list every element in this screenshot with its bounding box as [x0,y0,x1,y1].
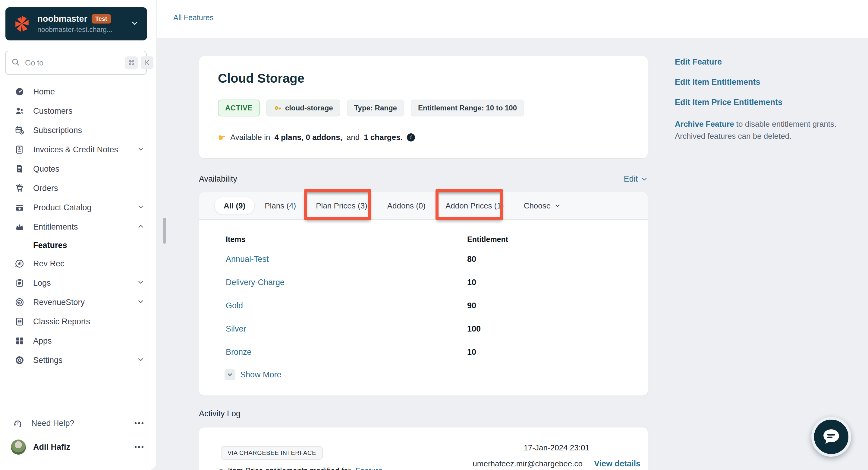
item-link[interactable]: Silver [226,324,467,334]
shortcut-k-key: K [141,56,153,69]
need-help-item[interactable]: ? Need Help? ••• [0,414,157,432]
entitlement-value: 10 [467,348,476,357]
edit-item-price-entitlements-link[interactable]: Edit Item Price Entitlements [675,98,862,107]
crown-icon [14,222,25,232]
shortcut-cmd-key: ⌘ [125,56,138,69]
feature-badges: ACTIVE cloud-storage Type: Range Entitle… [218,99,629,116]
sidebar-item-features[interactable]: Features [0,236,157,254]
tab-choose[interactable]: Choose [514,192,571,219]
catalog-box-icon [14,202,25,213]
avatar [11,440,26,454]
availability-edit-button[interactable]: Edit [624,174,648,184]
table-row: Bronze 10 [226,341,648,364]
global-search[interactable]: ⌘ K [5,51,147,75]
gear-icon [14,355,25,365]
activity-log-header: Activity Log [199,409,648,418]
activity-entry: Item Price entitlements modified for Fea… [219,466,384,470]
activity-meta: 17-Jan-2024 23:01 umerhafeez.mir@chargeb… [472,443,641,469]
sidebar-divider [0,407,157,407]
chevron-down-icon [137,356,145,365]
edit-feature-link[interactable]: Edit Feature [675,57,862,67]
sidebar-nav: Home Customers Subscriptions Invoices & … [0,82,157,370]
key-icon [274,104,282,112]
tab-all[interactable]: All (9) [214,197,255,215]
sidebar-item-product-catalog[interactable]: Product Catalog [0,198,157,217]
chevron-down-icon [137,278,145,288]
table-row: Delivery-Charge 10 [226,271,648,294]
sidebar-item-orders[interactable]: Orders [0,179,157,198]
availability-tabs: All (9) Plans (4) Plan Prices (3) Addons… [199,192,648,220]
type-badge: Type: Range [347,99,404,116]
info-icon[interactable] [407,133,415,142]
feature-actions-panel: Edit Feature Edit Item Entitlements Edit… [675,57,862,142]
search-input[interactable] [25,59,122,67]
customers-icon [14,106,25,116]
chevron-down-icon [224,369,236,380]
archive-feature-link[interactable]: Archive Feature [675,119,734,128]
tab-plans[interactable]: Plans (4) [255,192,306,219]
sidebar-item-rev-rec[interactable]: Rev Rec [0,254,157,273]
entitlement-table: Items Entitlement Annual-Test 80 Deliver… [199,220,648,380]
pointer-icon: ☛ [218,132,226,143]
sidebar-item-apps[interactable]: Apps [0,331,157,351]
column-items: Items [226,235,467,244]
item-link[interactable]: Delivery-Charge [226,278,467,287]
chat-launcher-button[interactable] [811,417,851,457]
column-entitlement: Entitlement [467,235,508,244]
rev-rec-bubble-icon [14,259,25,269]
sidebar-item-subscriptions[interactable]: Subscriptions [0,121,157,140]
sidebar-item-entitlements[interactable]: Entitlements [0,217,157,236]
availability-card: All (9) Plans (4) Plan Prices (3) Addons… [199,192,648,396]
sidebar-item-classic-reports[interactable]: Classic Reports [0,312,157,331]
chevron-down-icon [130,19,139,29]
entitlement-value: 80 [467,255,476,264]
report-doc-icon [14,317,25,327]
workspace-info: noobmaster Test noobmaster-test.charg... [37,14,127,34]
apps-grid-icon [14,336,25,346]
availability-summary: ☛ Available in 4 plans, 0 addons, and 1 … [218,132,629,143]
more-options-icon[interactable]: ••• [134,443,145,451]
chevron-down-icon [137,145,145,154]
chat-bubble-icon [821,427,841,447]
search-icon [11,58,20,68]
sidebar-item-home[interactable]: Home [0,82,157,101]
tab-addons[interactable]: Addons (0) [377,192,435,219]
feature-summary-card: Cloud Storage ACTIVE cloud-storage Type:… [199,56,648,158]
workspace-domain: noobmaster-test.charg... [37,26,127,34]
sidebar-item-quotes[interactable]: Quotes [0,159,157,179]
calendar-clock-icon [14,125,25,136]
show-more-button[interactable]: Show More [224,369,648,380]
sidebar-item-revenuestory[interactable]: RevenueStory [0,293,157,312]
more-options-icon[interactable]: ••• [134,419,145,428]
entitlement-value: 10 [467,278,476,287]
sidebar-item-settings[interactable]: Settings [0,351,157,370]
sidebar-item-invoices[interactable]: Invoices & Credit Notes [0,140,157,159]
item-link[interactable]: Bronze [226,348,467,357]
edit-item-entitlements-link[interactable]: Edit Item Entitlements [675,78,862,87]
sidebar-item-logs[interactable]: Logs [0,273,157,293]
entitlement-range-badge: Entitlement Range: 10 to 100 [411,99,524,116]
activity-log-title: Activity Log [199,409,241,418]
sidebar-scrollbar[interactable] [163,218,166,244]
item-link[interactable]: Annual-Test [226,255,467,264]
item-link[interactable]: Gold [226,301,467,311]
tab-plan-prices[interactable]: Plan Prices (3) [306,192,377,219]
feature-link[interactable]: Feature. [355,466,385,470]
status-badge: ACTIVE [218,99,260,116]
view-details-link[interactable]: View details [594,459,641,469]
tab-addon-prices[interactable]: Addon Prices (1) [435,192,514,219]
table-header-row: Items Entitlement [226,231,648,248]
table-row: Silver 100 [226,317,648,341]
workspace-switcher[interactable]: noobmaster Test noobmaster-test.charg... [5,7,147,40]
availability-header: Availability Edit [199,174,648,184]
sidebar-item-customers[interactable]: Customers [0,101,157,121]
chevron-down-icon [641,176,648,183]
target-spiral-icon [14,297,25,307]
breadcrumb-all-features[interactable]: All Features [173,13,213,22]
user-menu[interactable]: Adil Hafiz ••• [0,436,157,458]
sidebar: noobmaster Test noobmaster-test.charg...… [0,0,157,470]
chargebee-logo-icon [13,15,31,33]
table-row: Annual-Test 80 [226,248,648,271]
invoice-icon [14,145,25,155]
top-bar: All Features [157,0,868,38]
